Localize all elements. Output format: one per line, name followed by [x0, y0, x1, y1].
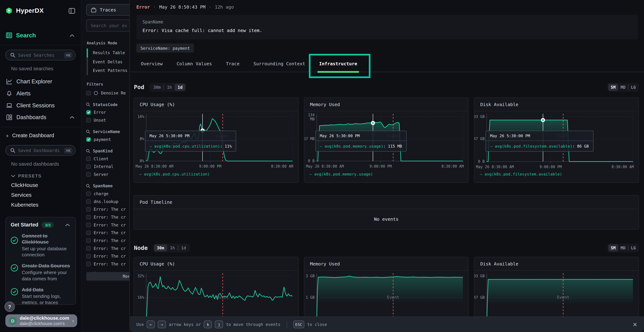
node-section-title: Node [134, 244, 148, 251]
arrow-left-key[interactable]: ← [147, 320, 155, 328]
presets-toggle[interactable]: PRESETS [11, 173, 81, 178]
sidebar-item-alerts[interactable]: Alerts [0, 88, 81, 100]
sidebar-item-chart-explorer[interactable]: Chart Explorer [0, 76, 81, 88]
user-menu[interactable]: D dale@clickhouse.com dale@clickhouse.co… [5, 314, 77, 327]
source-selector-label: Traces [100, 7, 116, 12]
svg-text:47 GB: 47 GB [474, 137, 485, 141]
sidebar-item-label: Client Sessions [16, 102, 55, 108]
status-badge: Error [136, 4, 150, 10]
event-age: 12h ago [215, 4, 234, 10]
size-lg[interactable]: LG [628, 84, 638, 90]
checkbox[interactable] [86, 246, 91, 250]
svg-text:May 26 8:30:00 AM: May 26 8:30:00 AM [476, 165, 514, 169]
chart-title: Disk Available [474, 257, 639, 271]
saved-searches-input[interactable] [18, 52, 61, 58]
app-title: HyperDX [16, 7, 44, 14]
event-navigation-footer: Use ← → arrow keys or k j to move throug… [130, 316, 644, 332]
checkbox[interactable] [86, 192, 91, 196]
pod-section-header: Pod 30m 1h 1d SM MD LG [134, 82, 639, 92]
checkbox[interactable] [86, 91, 91, 95]
filter-label: Error: The cr [94, 215, 126, 219]
service-name-tag[interactable]: ServiceName: payment [136, 44, 194, 52]
create-dashboard-button[interactable]: + Create Dashboard [0, 130, 81, 140]
preset-kubernetes[interactable]: Kubernetes [11, 202, 81, 208]
chevron-right-icon: › [72, 318, 74, 324]
size-md[interactable]: MD [618, 84, 628, 90]
filter-label: Error: The cr [94, 223, 126, 227]
mode-event-deltas[interactable]: Event Deltas [86, 57, 127, 66]
sidebar-item-label: Alerts [16, 90, 30, 96]
close-icon[interactable]: ✕ [632, 321, 638, 328]
footer-text: arrow keys or [169, 322, 201, 327]
j-key[interactable]: j [215, 320, 223, 328]
checkbox[interactable] [86, 110, 91, 115]
checkbox[interactable] [86, 156, 91, 161]
mode-results-table[interactable]: Results Table [86, 48, 127, 57]
arrow-right-key[interactable]: → [158, 320, 166, 328]
svg-text:May 26 8:30:00 AM: May 26 8:30:00 AM [136, 164, 173, 168]
svg-text:May 26 8:30:00 AM: May 26 8:30:00 AM [306, 164, 344, 168]
checkbox[interactable] [86, 223, 91, 227]
tab-trace[interactable]: Trace [220, 57, 245, 71]
range-1h[interactable]: 1h [164, 84, 175, 90]
pod-timeline-card: Pod Timeline No events [134, 195, 639, 230]
sidebar-item-search[interactable]: Search [0, 30, 81, 41]
tab-infrastructure[interactable]: Infrastructure [314, 57, 363, 71]
checkbox[interactable] [86, 238, 91, 243]
size-md[interactable]: MD [618, 244, 628, 251]
get-started-item[interactable]: Connect to ClickHouse Set up your databa… [11, 233, 71, 258]
svg-text:0 B: 0 B [478, 160, 485, 164]
collapse-sidebar-icon[interactable] [68, 7, 75, 14]
k-key[interactable]: k [204, 320, 212, 328]
preset-services[interactable]: Services [11, 192, 81, 198]
chart-legend: — avg(k8s.pod.memory.usage) [304, 170, 468, 180]
pod-section-title: Pod [134, 84, 144, 90]
checkbox[interactable] [86, 118, 91, 122]
bell-icon [6, 90, 12, 97]
size-sm[interactable]: SM [608, 84, 618, 90]
saved-dashboards-input[interactable] [18, 148, 61, 153]
mode-event-patterns[interactable]: Event Patterns [86, 66, 127, 75]
tab-overview[interactable]: Overview [135, 57, 168, 71]
node-memory-chart[interactable]: 3 GB1 GBEvent [308, 271, 464, 319]
checkbox[interactable] [86, 164, 91, 169]
range-30m[interactable]: 30m [150, 84, 164, 90]
checkbox[interactable] [86, 199, 91, 204]
range-1d[interactable]: 1d [175, 84, 186, 90]
filter-label: Error: The cr [94, 238, 126, 243]
help-button[interactable]: ? [4, 302, 15, 312]
get-started-card: Get Started 3/3 Connect to ClickHouse Se… [5, 217, 76, 305]
chevron-up-icon[interactable] [64, 222, 71, 228]
filter-label: payment [94, 137, 111, 142]
chart-title: Memory Used [304, 257, 468, 271]
checkbox[interactable] [86, 137, 91, 142]
saved-dashboards-search[interactable]: ⌘K [5, 145, 76, 156]
range-30m[interactable]: 30m [154, 244, 167, 251]
filter-label: dns.lookup [94, 199, 118, 204]
size-lg[interactable]: LG [628, 244, 638, 251]
sidebar-item-client-sessions[interactable]: Client Sessions [0, 100, 81, 112]
range-1h[interactable]: 1h [167, 244, 178, 251]
esc-key[interactable]: ESC [293, 320, 304, 328]
checkbox[interactable] [86, 230, 91, 235]
range-1d[interactable]: 1d [178, 244, 189, 251]
checkbox[interactable] [86, 207, 91, 212]
checkbox[interactable] [86, 254, 91, 258]
sidebar-item-dashboards[interactable]: Dashboards [0, 111, 81, 123]
checkbox[interactable] [86, 262, 91, 266]
filter-label: Error: The cr [94, 230, 126, 235]
tab-column-values[interactable]: Column Values [171, 57, 218, 71]
size-sm[interactable]: SM [608, 244, 618, 251]
filter-label: Error: The cr [94, 207, 126, 212]
tab-surrounding-context[interactable]: Surrounding Context [248, 57, 311, 71]
saved-searches-search[interactable]: ⌘K [5, 50, 76, 60]
get-started-item[interactable]: Create Data Sources Configure where your… [11, 263, 71, 282]
filter-label: Client [94, 156, 108, 161]
checkbox[interactable] [86, 215, 91, 219]
get-started-item[interactable]: Add Data Start sending logs, metrics, or… [11, 287, 71, 305]
node-cpu-chart[interactable]: 32%16%Event [138, 271, 294, 319]
node-disk-chart[interactable]: 93 GB47 GBEvent [479, 271, 635, 319]
checkbox[interactable] [86, 172, 91, 176]
preset-clickhouse[interactable]: ClickHouse [11, 182, 81, 188]
no-saved-searches-text: No saved searches [11, 66, 81, 72]
